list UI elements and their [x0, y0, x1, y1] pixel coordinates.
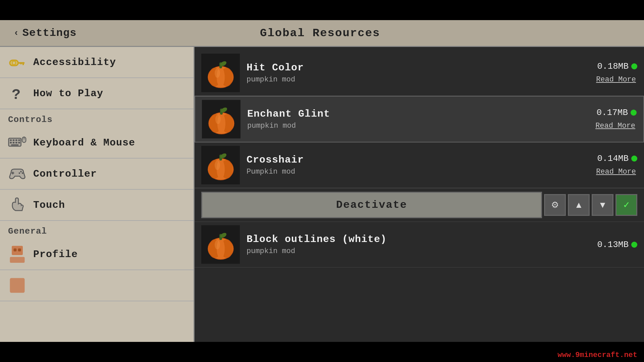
controller-icon [8, 165, 26, 183]
touch-label: Touch [33, 199, 65, 211]
enchant-glint-mod: pumpkin mod [247, 122, 583, 130]
hit-color-size: 0.18MB [597, 61, 637, 71]
next-icon [8, 276, 26, 295]
bottom-bar: www.9minecraft.net [0, 342, 644, 362]
top-bar [0, 0, 644, 20]
main-content: Accessibility ? How to Play Controls [0, 47, 644, 342]
profile-label: Profile [33, 249, 78, 260]
svg-point-62 [215, 240, 220, 249]
block-outlines-meta: 0.13MB [584, 240, 637, 250]
right-panel: Hit Color pumpkin mod 0.18MB Read More [195, 47, 644, 342]
hit-color-name: Hit Color [247, 62, 584, 73]
keyboard-icon [8, 133, 26, 152]
hit-color-meta: 0.18MB Read More [584, 61, 637, 84]
svg-point-23 [20, 171, 22, 173]
header: ‹ Settings Global Resources [0, 20, 644, 47]
crosshair-meta: 0.14MB Read More [584, 154, 637, 177]
hit-color-read-more[interactable]: Read More [595, 75, 637, 84]
back-button[interactable]: ‹ Settings [13, 27, 76, 39]
back-chevron-icon: ‹ [13, 28, 19, 38]
screen: ‹ Settings Global Resources [0, 0, 644, 362]
sidebar: Accessibility ? How to Play Controls [0, 47, 195, 342]
hit-color-mod: pumpkin mod [247, 75, 584, 84]
resource-item-hit-color[interactable]: Hit Color pumpkin mod 0.18MB Read More [195, 50, 644, 96]
resource-item-block-outlines[interactable]: Block outlines (white) pumpkin mod 0.13M… [195, 222, 644, 267]
enchant-glint-thumbnail [202, 100, 240, 138]
enchant-glint-meta: 0.17MB Read More [583, 108, 637, 131]
svg-rect-5 [10, 60, 18, 65]
svg-rect-9 [10, 139, 12, 141]
crosshair-read-more[interactable]: Read More [595, 167, 637, 177]
page-title: Global Resources [260, 27, 380, 40]
accessibility-label: Accessibility [33, 57, 116, 68]
sidebar-item-how-to-play[interactable]: ? How to Play [0, 78, 194, 109]
crosshair-info: Crosshair Pumpkin mod [247, 154, 584, 176]
back-label: Settings [22, 27, 77, 39]
svg-point-54 [215, 161, 220, 170]
sidebar-item-profile[interactable]: Profile [0, 239, 194, 270]
enchant-glint-read-more[interactable]: Read More [594, 121, 637, 131]
question-icon: ? [8, 84, 26, 103]
svg-rect-22 [11, 173, 14, 174]
svg-rect-14 [13, 142, 15, 143]
watermark: www.9minecraft.net [557, 351, 637, 359]
svg-point-25 [19, 172, 20, 174]
svg-rect-12 [18, 139, 20, 141]
deactivate-button[interactable]: Deactivate [201, 192, 542, 218]
svg-rect-11 [15, 139, 17, 141]
up-arrow-icon: ▲ [575, 200, 583, 210]
crosshair-size: 0.14MB [597, 154, 637, 164]
resource-item-crosshair[interactable]: Crosshair Pumpkin mod 0.14MB Read More [195, 142, 644, 188]
controls-section-header: Controls [0, 109, 194, 127]
sidebar-item-touch[interactable]: Touch [0, 190, 194, 221]
controller-label: Controller [33, 168, 97, 180]
check-icon: ✓ [623, 200, 630, 210]
crosshair-name: Crosshair [247, 154, 584, 166]
active-dot-3 [631, 156, 637, 162]
move-down-button[interactable]: ▼ [592, 194, 613, 216]
svg-rect-17 [11, 144, 18, 146]
hit-color-thumbnail [201, 54, 240, 92]
active-dot [631, 63, 637, 69]
svg-rect-26 [12, 246, 23, 255]
active-dot-2 [631, 110, 637, 116]
enchant-glint-info: Enchant Glint pumpkin mod [247, 108, 583, 130]
svg-rect-29 [10, 257, 25, 263]
svg-text:?: ? [12, 86, 20, 103]
gear-icon: ⚙ [551, 200, 559, 210]
resource-item-enchant-glint[interactable]: Enchant Glint pumpkin mod 0.17MB Read Mo… [195, 96, 644, 142]
svg-point-24 [22, 172, 23, 174]
active-dot-4 [631, 242, 637, 248]
block-outlines-size: 0.13MB [597, 240, 637, 250]
general-section-header: General [0, 221, 194, 239]
svg-rect-4 [20, 62, 21, 65]
svg-rect-10 [13, 139, 15, 141]
sidebar-item-keyboard-mouse[interactable]: Keyboard & Mouse [0, 127, 194, 159]
keyboard-mouse-label: Keyboard & Mouse [33, 137, 135, 148]
svg-rect-30 [10, 278, 25, 293]
svg-point-46 [215, 115, 221, 124]
confirm-button[interactable]: ✓ [615, 194, 637, 216]
sidebar-item-controller[interactable]: Controller [0, 159, 194, 190]
key-icon [8, 53, 26, 71]
sidebar-item-next[interactable] [0, 270, 194, 301]
svg-rect-3 [22, 62, 24, 65]
move-up-button[interactable]: ▲ [568, 194, 590, 216]
svg-rect-28 [18, 248, 21, 251]
enchant-glint-name: Enchant Glint [247, 108, 583, 120]
down-arrow-icon: ▼ [598, 200, 607, 210]
crosshair-mod: Pumpkin mod [247, 168, 584, 176]
sidebar-item-accessibility[interactable]: Accessibility [0, 47, 194, 78]
svg-rect-16 [18, 142, 20, 143]
svg-rect-15 [15, 142, 17, 143]
block-outlines-mod: pumpkin mod [247, 247, 584, 255]
profile-icon [8, 245, 26, 263]
block-outlines-name: Block outlines (white) [247, 234, 584, 245]
hit-color-info: Hit Color pumpkin mod [247, 62, 584, 84]
block-outlines-info: Block outlines (white) pumpkin mod [247, 234, 584, 255]
touch-icon [8, 196, 26, 214]
enchant-glint-size: 0.17MB [596, 108, 637, 118]
how-to-play-label: How to Play [33, 88, 103, 99]
gear-button[interactable]: ⚙ [544, 194, 566, 216]
action-bar: Deactivate ⚙ ▲ ▼ ✓ [195, 188, 644, 222]
